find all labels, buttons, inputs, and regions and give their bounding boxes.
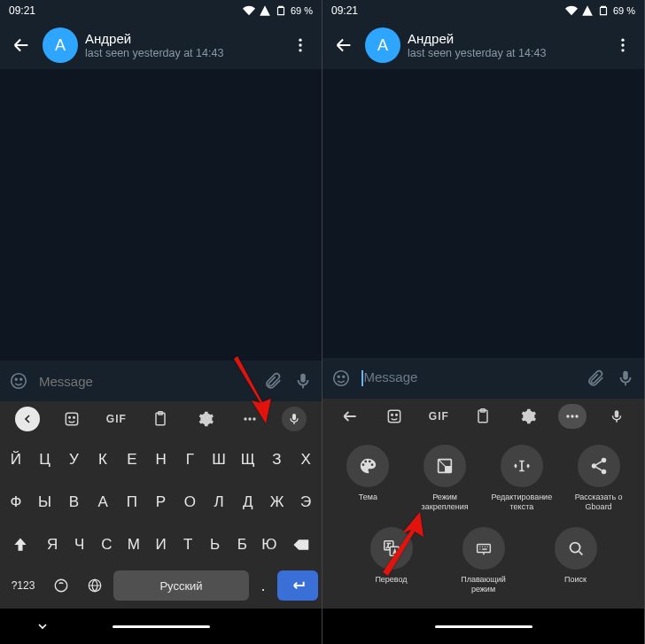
settings-button[interactable] xyxy=(506,399,550,434)
key[interactable]: Х xyxy=(291,442,320,477)
svg-point-24 xyxy=(396,414,398,415)
voice-button[interactable] xyxy=(293,371,313,391)
key[interactable]: Ж xyxy=(263,485,291,520)
key[interactable]: Ф xyxy=(2,485,30,520)
clipboard-button[interactable] xyxy=(138,401,183,437)
more-button-active[interactable] xyxy=(550,399,594,434)
sticker-button[interactable] xyxy=(372,399,416,434)
header-text[interactable]: Андрей last seen yesterday at 14:43 xyxy=(408,31,602,60)
back-button[interactable] xyxy=(7,31,35,59)
key[interactable]: Э xyxy=(291,485,320,520)
status-bar: 09:21 69 % xyxy=(322,0,644,21)
nav-handle[interactable] xyxy=(113,625,210,628)
key[interactable]: Г xyxy=(175,442,204,477)
keyboard-chevron-button[interactable] xyxy=(5,401,50,437)
key[interactable]: У xyxy=(59,442,88,477)
more-button[interactable] xyxy=(228,401,272,437)
avatar[interactable]: А xyxy=(365,27,400,63)
quick-row-1: Тема Режим закрепления Редактирование те… xyxy=(330,445,637,512)
key[interactable]: Щ xyxy=(234,442,262,477)
backspace-key[interactable] xyxy=(284,527,320,563)
clipboard-button[interactable] xyxy=(461,399,505,434)
message-input-bar: Message xyxy=(322,358,644,399)
space-key[interactable]: Русский xyxy=(113,570,249,601)
message-input[interactable]: Message xyxy=(361,369,575,386)
palette-icon xyxy=(346,445,389,487)
enter-key[interactable] xyxy=(277,570,318,601)
emoji-button[interactable] xyxy=(331,369,351,388)
key[interactable]: О xyxy=(175,485,204,520)
attach-button[interactable] xyxy=(263,371,283,391)
more-menu-button[interactable] xyxy=(609,31,637,59)
chat-area[interactable] xyxy=(322,69,644,358)
contact-status: last seen yesterday at 14:43 xyxy=(85,47,279,60)
quick-share[interactable]: Рассказать о Gboard xyxy=(563,445,634,512)
emoji-button[interactable] xyxy=(9,371,28,391)
key-row-1: Й Ц У К Е Н Г Ш Щ З Х xyxy=(2,442,320,477)
key[interactable]: Й xyxy=(2,442,30,477)
key[interactable]: Я xyxy=(39,527,66,563)
quick-dock[interactable]: Режим закрепления xyxy=(409,445,480,512)
status-icons: 69 % xyxy=(565,4,635,17)
avatar[interactable]: А xyxy=(43,27,78,63)
keyboard-emoji-key[interactable] xyxy=(46,570,76,601)
quick-search[interactable]: Поиск xyxy=(540,527,611,594)
svg-rect-37 xyxy=(477,545,490,553)
quick-textedit[interactable]: Редактирование текста xyxy=(486,445,557,512)
keyboard-back-button[interactable] xyxy=(328,399,372,434)
key[interactable]: Ш xyxy=(205,442,233,477)
settings-button[interactable] xyxy=(183,401,228,437)
key[interactable]: Ч xyxy=(66,527,93,563)
key[interactable]: К xyxy=(89,442,117,477)
key[interactable]: Л xyxy=(205,485,233,520)
keyboard-mic-button[interactable] xyxy=(594,399,639,434)
key[interactable]: Б xyxy=(229,527,255,563)
nav-back-icon[interactable] xyxy=(35,619,50,633)
header-text[interactable]: Андрей last seen yesterday at 14:43 xyxy=(85,31,279,60)
key[interactable]: В xyxy=(59,485,88,520)
key[interactable]: И xyxy=(148,527,175,563)
quick-float[interactable]: Плавающий режим xyxy=(448,527,519,594)
quick-translate[interactable]: Перевод xyxy=(356,527,427,594)
key[interactable]: Ю xyxy=(256,527,283,563)
period-key[interactable]: . xyxy=(253,570,274,601)
key[interactable]: Ы xyxy=(31,485,59,520)
navigation-bar xyxy=(0,609,322,644)
keyboard: GIF Й Ц У К Е Н Г Ш Щ З Х Ф Ы xyxy=(0,401,322,609)
status-bar: 09:21 69 % xyxy=(0,0,322,21)
svg-point-20 xyxy=(338,376,339,377)
quick-actions-panel: Тема Режим закрепления Редактирование те… xyxy=(322,434,644,609)
svg-point-38 xyxy=(570,543,579,553)
key[interactable]: Т xyxy=(175,527,201,563)
key[interactable]: А xyxy=(89,485,117,520)
shift-key[interactable] xyxy=(2,527,38,563)
svg-point-3 xyxy=(12,374,27,389)
chat-area[interactable] xyxy=(0,69,322,361)
key[interactable]: Ь xyxy=(202,527,229,563)
symbols-key[interactable]: ?123 xyxy=(4,570,43,601)
key[interactable]: Р xyxy=(147,485,175,520)
key[interactable]: М xyxy=(120,527,147,563)
gif-button[interactable]: GIF xyxy=(94,401,138,437)
key[interactable]: Ц xyxy=(31,442,59,477)
sticker-button[interactable] xyxy=(50,401,94,437)
gif-button[interactable]: GIF xyxy=(416,399,461,434)
quick-theme[interactable]: Тема xyxy=(332,445,403,512)
key[interactable]: Е xyxy=(118,442,146,477)
key[interactable]: Д xyxy=(234,485,262,520)
attach-button[interactable] xyxy=(586,369,605,388)
voice-button[interactable] xyxy=(616,369,635,388)
more-menu-button[interactable] xyxy=(286,31,315,59)
key[interactable]: П xyxy=(118,485,146,520)
key[interactable]: С xyxy=(94,527,120,563)
key[interactable]: З xyxy=(263,442,291,477)
svg-point-21 xyxy=(343,376,345,377)
language-key[interactable] xyxy=(80,570,110,601)
nav-handle[interactable] xyxy=(435,625,532,628)
key[interactable]: Н xyxy=(147,442,175,477)
message-input[interactable] xyxy=(39,374,253,389)
keyboard-mic-button[interactable] xyxy=(272,401,316,437)
back-button[interactable] xyxy=(330,31,358,59)
svg-point-28 xyxy=(571,415,573,417)
svg-point-1 xyxy=(299,43,301,46)
